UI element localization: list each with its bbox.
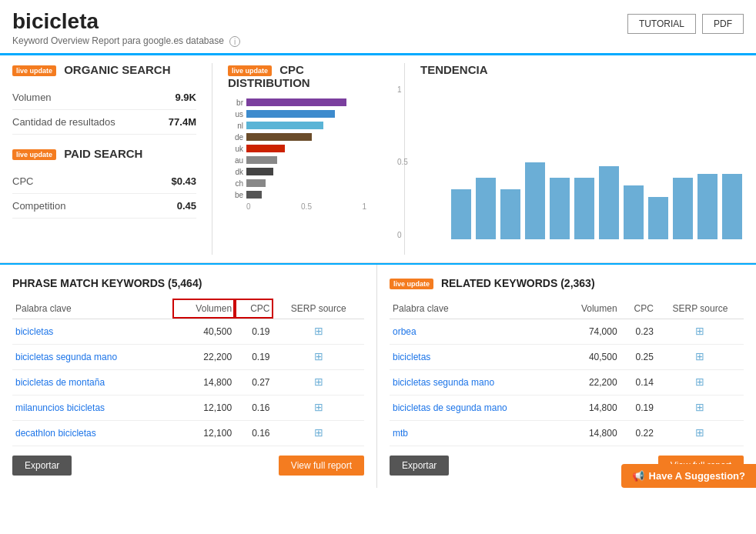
phrase-match-view-report-button[interactable]: View full report	[279, 456, 364, 476]
related-live-badge: live update	[390, 279, 433, 289]
tendencia-bar	[697, 174, 718, 239]
suggestion-label: Have A Suggestion?	[649, 470, 745, 482]
volume-cell: 22,200	[560, 369, 621, 395]
kw-cell: mtb	[390, 420, 560, 446]
serp-cell: ⊞	[657, 369, 744, 395]
serp-cell: ⊞	[273, 395, 364, 420]
competition-label: Competition	[12, 200, 65, 212]
cpc-label: CPC	[12, 175, 33, 187]
cpc-distribution-panel: live update CPC DISTRIBUTION brusnldeuka…	[212, 63, 405, 255]
phrase-match-header-row: Palabra clave Volumen CPC SERP source	[12, 299, 364, 319]
cpc-bar-row: nl	[228, 122, 366, 130]
top-section: live update ORGANIC SEARCH Volumen 9.9K …	[0, 55, 756, 263]
tendencia-chart	[451, 85, 744, 239]
cpc-bar-label: nl	[228, 122, 243, 130]
cpc-chart: brusnldeukaudkchbe	[228, 98, 366, 199]
related-export-button[interactable]: Exportar	[390, 456, 449, 476]
tendencia-bar	[574, 178, 594, 239]
table-row: orbea 74,000 0.23 ⊞	[390, 319, 744, 344]
cpc-bar-row: be	[228, 191, 366, 199]
cpc-bar-fill	[246, 122, 323, 129]
col-serp: SERP source	[657, 299, 744, 319]
cpc-value: $0.43	[171, 175, 196, 187]
table-row: milanuncios bicicletas 12,100 0.16 ⊞	[12, 395, 364, 420]
serp-icon: ⊞	[312, 401, 326, 415]
kw-link[interactable]: bicicletas	[15, 326, 53, 337]
volume-cell: 40,500	[172, 319, 235, 344]
pdf-button[interactable]: PDF	[702, 14, 744, 34]
kw-cell: milanuncios bicicletas	[12, 395, 172, 420]
col-cpc-highlighted: CPC	[235, 299, 273, 319]
organic-search-title: live update ORGANIC SEARCH	[12, 63, 196, 76]
cantidad-value: 77.4M	[169, 116, 196, 128]
paid-search-title: live update PAID SEARCH	[12, 147, 196, 160]
table-row: decathlon bicicletas 12,100 0.16 ⊞	[12, 420, 364, 446]
serp-cell: ⊞	[273, 344, 364, 369]
serp-icon: ⊞	[693, 325, 707, 339]
kw-link[interactable]: bicicletas de segunda mano	[393, 402, 507, 413]
serp-icon: ⊞	[693, 401, 707, 415]
cpc-bar-row: au	[228, 156, 366, 165]
volume-cell: 22,200	[172, 344, 235, 369]
kw-link[interactable]: bicicletas de montaña	[15, 377, 105, 388]
phrase-match-export-button[interactable]: Exportar	[12, 456, 72, 476]
kw-cell: orbea	[390, 319, 560, 344]
cpc-bar-fill	[246, 133, 312, 141]
phrase-match-footer: Exportar View full report	[12, 456, 364, 476]
tendencia-bar	[550, 178, 570, 239]
serp-icon: ⊞	[312, 350, 326, 364]
kw-link[interactable]: orbea	[393, 326, 416, 337]
volume-cell: 14,800	[560, 395, 621, 420]
related-header-row: Palabra clave Volumen CPC SERP source	[390, 299, 744, 319]
tendencia-panel: TENDENCIA 1 0.5 0	[405, 63, 744, 255]
tendencia-bar	[673, 178, 693, 239]
page-title: bicicleta	[12, 9, 240, 34]
tendencia-bar	[624, 185, 644, 239]
kw-cell: bicicletas de segunda mano	[390, 395, 560, 420]
cpc-bar-fill	[246, 145, 285, 152]
table-row: bicicletas segunda mano 22,200 0.14 ⊞	[390, 369, 744, 395]
kw-link[interactable]: mtb	[393, 428, 408, 439]
table-row: mtb 14,800 0.22 ⊞	[390, 420, 744, 446]
cpc-bar-fill	[246, 168, 273, 175]
tutorial-button[interactable]: TUTORIAL	[627, 14, 696, 34]
cpc-bar-row: us	[228, 110, 366, 118]
volumen-label: Volumen	[12, 92, 52, 103]
volume-cell: 74,000	[560, 319, 621, 344]
volume-cell: 14,800	[560, 420, 621, 446]
serp-cell: ⊞	[657, 395, 744, 420]
competition-row: Competition 0.45	[12, 194, 196, 219]
serp-icon: ⊞	[312, 325, 326, 339]
cpc-cell: 0.19	[235, 319, 273, 344]
bottom-section: PHRASE MATCH KEYWORDS (5,464) Palabra cl…	[0, 263, 756, 488]
cpc-cell: 0.22	[621, 420, 657, 446]
serp-cell: ⊞	[657, 344, 744, 369]
serp-cell: ⊞	[273, 420, 364, 446]
serp-cell: ⊞	[657, 420, 744, 446]
cpc-bar-label: de	[228, 133, 243, 142]
kw-link[interactable]: bicicletas segunda mano	[393, 377, 494, 388]
kw-link[interactable]: decathlon bicicletas	[15, 428, 96, 439]
kw-link[interactable]: milanuncios bicicletas	[15, 402, 105, 413]
kw-link[interactable]: bicicletas segunda mano	[15, 352, 117, 362]
info-icon[interactable]: i	[229, 36, 240, 47]
cpc-bar-label: au	[228, 156, 243, 165]
serp-icon: ⊞	[693, 426, 707, 440]
serp-icon: ⊞	[693, 350, 707, 364]
phrase-match-title: PHRASE MATCH KEYWORDS (5,464)	[12, 277, 364, 289]
cpc-cell: 0.16	[235, 420, 273, 446]
suggestion-badge[interactable]: 📢 Have A Suggestion?	[621, 464, 756, 488]
cpc-row: CPC $0.43	[12, 169, 196, 194]
kw-link[interactable]: bicicletas	[393, 352, 430, 362]
suggestion-icon: 📢	[632, 470, 644, 482]
tendencia-bar	[476, 178, 496, 239]
cpc-bar-label: ch	[228, 179, 243, 188]
related-keywords-panel: live update RELATED KEYWORDS (2,363) Pal…	[377, 265, 756, 488]
tendencia-bar	[525, 162, 545, 239]
cpc-bar-label: dk	[228, 168, 243, 176]
table-row: bicicletas segunda mano 22,200 0.19 ⊞	[12, 344, 364, 369]
tendencia-wrapper: 1 0.5 0	[420, 85, 744, 255]
kw-cell: bicicletas	[12, 319, 172, 344]
cpc-bar-row: uk	[228, 145, 366, 153]
cpc-cell: 0.23	[621, 319, 657, 344]
